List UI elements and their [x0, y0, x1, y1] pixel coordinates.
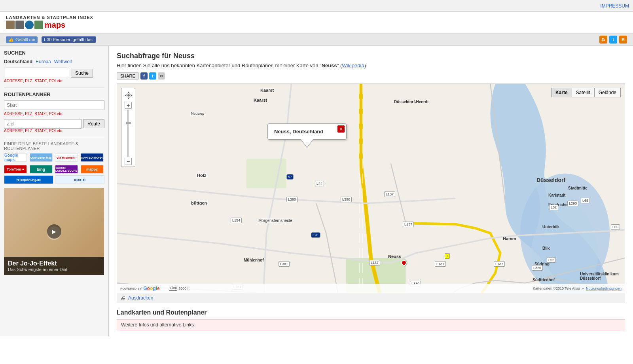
page-description: Hier finden Sie alle uns bekannten Karte…	[117, 63, 625, 68]
svg-marker-11	[130, 94, 133, 97]
map-container[interactable]: Kaarst Neuss Düsseldorf Hamm Mühlenhof K…	[117, 83, 625, 293]
share-button[interactable]: SHARE	[117, 72, 139, 80]
thumbs-up-icon: 👍	[8, 37, 14, 42]
impressum-link[interactable]: IMPRESSUM	[600, 3, 629, 9]
scale-m: 2000 ft	[178, 286, 190, 290]
zoom-out-button[interactable]: −	[125, 158, 132, 165]
page-title: Suchabfrage für Neuss	[117, 52, 625, 60]
logo-icon-2	[15, 21, 24, 29]
bubble-text: Neuss, Deutschland	[274, 129, 340, 135]
search-section-title: SUCHEN	[4, 50, 104, 56]
desc-suffix: " (	[337, 63, 342, 68]
powered-by: POWERED BY Google 1 km 2000 ft	[120, 286, 190, 291]
maps-row2: TomTom ● bing YAHOO! LOKALE SUCHE mappy	[4, 165, 104, 174]
ziel-hint: ADRESSE, PLZ, STADT, POI etc.	[4, 129, 104, 133]
bing-link[interactable]: bing	[30, 165, 53, 174]
print-bar: 🖨 Ausdrucken	[117, 293, 625, 303]
rss-icon[interactable]	[599, 36, 607, 44]
svg-marker-8	[127, 91, 130, 94]
search-button[interactable]: Suche	[71, 69, 93, 78]
logo-icon-globe	[25, 21, 34, 29]
map-type-karte[interactable]: Karte	[551, 88, 572, 97]
share-facebook-icon[interactable]: f	[140, 72, 148, 80]
map-controls: + −	[121, 88, 135, 167]
klicktel-link[interactable]: klickTel	[55, 175, 104, 184]
map-attribution: Kartendaten ©2010 Tele Atlas – Nutzungsb…	[533, 286, 622, 290]
attribution-text: Kartendaten ©2010 Tele Atlas	[533, 286, 580, 290]
tab-deutschland[interactable]: Deutschland	[4, 59, 32, 64]
desc-end: )	[364, 63, 366, 68]
social-bar: 👍 Gefällt mir f 30 Personen gefällt das.…	[0, 34, 633, 46]
facebook-count: f 30 Personen gefällt das.	[42, 36, 96, 43]
main-layout: SUCHEN Deutschland Europa Weltweit Suche…	[0, 46, 633, 336]
map-type-gelande[interactable]: Gelände	[594, 88, 621, 97]
map-svg	[117, 84, 625, 293]
start-input[interactable]	[4, 100, 104, 110]
route-button[interactable]: Route	[83, 119, 104, 128]
map-marker[interactable]	[401, 260, 407, 269]
printer-icon: 🖨	[120, 295, 126, 301]
powered-by-label: POWERED BY	[120, 287, 142, 290]
tomtom-link[interactable]: TomTom ●	[4, 165, 27, 174]
wikipedia-link[interactable]: Wikipedia	[342, 63, 364, 68]
header: LANDKARTEN & STADTPLAN INDEX maps	[0, 12, 633, 34]
mappy-link[interactable]: mappy	[81, 165, 104, 174]
zoom-in-button[interactable]: +	[125, 102, 132, 109]
logo-icon-4	[34, 21, 43, 29]
svg-point-0	[602, 40, 603, 42]
svg-point-12	[127, 94, 130, 97]
navteo-link[interactable]: NAVTEO MAP24	[81, 153, 104, 162]
search-row: Suche	[4, 68, 104, 79]
scale-bar: 1 km	[169, 286, 177, 291]
google-logo: Google	[143, 286, 159, 291]
nutzungsbedingungen-link[interactable]: Nutzungsbedingungen	[586, 286, 622, 290]
google-maps-link[interactable]: Google maps	[4, 153, 27, 162]
city-name: Neuss	[322, 63, 337, 68]
ad-overlay: Der Jo-Jo-Effekt Das Schwierigste an ein…	[4, 257, 104, 275]
logo-icon-1	[6, 21, 15, 29]
map-type-satellit[interactable]: Satellit	[572, 88, 595, 97]
maps-section-title: FINDE DEINE BESTE LANDKARTE & ROUTENPLAN…	[4, 141, 104, 151]
nav-control[interactable]	[122, 89, 135, 102]
more-info-bar[interactable]: Weitere Infos und alternative Links	[117, 319, 625, 330]
reise-link[interactable]: reiseplanung.de	[4, 175, 53, 184]
openstreetmap-link[interactable]: OpenStreet Map	[30, 153, 53, 162]
search-tabs: Deutschland Europa Weltweit	[4, 59, 104, 64]
start-hint: ADRESSE, PLZ, STADT, POI etc.	[4, 112, 104, 116]
fb-icon: f	[44, 37, 45, 42]
ad-title: Der Jo-Jo-Effekt	[8, 260, 100, 267]
map-footer: POWERED BY Google 1 km 2000 ft Kartendat…	[117, 284, 625, 293]
scale-km: 1 km	[169, 286, 177, 290]
print-link[interactable]: Ausdrucken	[128, 295, 153, 301]
share-bar: SHARE f t ✉	[117, 72, 625, 80]
logo-text: LANDKARTEN & STADTPLAN INDEX	[6, 15, 93, 20]
ziel-row: Route	[4, 119, 104, 129]
map-type-buttons: Karte Satellit Gelände	[552, 88, 621, 97]
lower-section: Landkarten und Routenplaner Weitere Info…	[117, 309, 625, 330]
play-button[interactable]: ▶	[47, 224, 61, 239]
search-hint: ADRESSE, PLZ, STADT, POI etc.	[4, 79, 104, 83]
map-info-bubble: ✕ Neuss, Deutschland	[267, 123, 347, 140]
sidebar: SUCHEN Deutschland Europa Weltweit Suche…	[0, 46, 109, 336]
logo-maps-text: maps	[45, 21, 65, 30]
like-label: Gefällt mir	[15, 37, 35, 42]
svg-marker-9	[127, 97, 130, 99]
ziel-input[interactable]	[4, 119, 81, 129]
desc-prefix: Hier finden Sie alle uns bekannten Karte…	[117, 63, 322, 68]
yahoo-link[interactable]: YAHOO! LOKALE SUCHE	[55, 165, 78, 174]
share-twitter-icon[interactable]: t	[149, 72, 156, 80]
search-input[interactable]	[4, 68, 69, 77]
twitter-icon[interactable]: t	[609, 36, 617, 44]
facebook-like-btn[interactable]: 👍 Gefällt mir	[6, 36, 38, 43]
tab-weltweit[interactable]: Weltweit	[54, 59, 72, 64]
bubble-close-button[interactable]: ✕	[337, 125, 345, 133]
ad-subtitle: Das Schwierigste an einer Diät	[8, 267, 100, 272]
zoom-slider[interactable]	[127, 110, 129, 157]
share-email-icon[interactable]: ✉	[158, 72, 165, 80]
ad-box[interactable]: ● ▶ Der Jo-Jo-Effekt Das Schwierigste an…	[4, 188, 104, 275]
tab-europa[interactable]: Europa	[36, 59, 51, 64]
viamichelin-link[interactable]: Via Michelin ›	[55, 153, 78, 162]
blogger-icon[interactable]: B	[619, 36, 627, 44]
marker-pin	[400, 259, 408, 267]
maps-grid: Google maps OpenStreet Map Via Michelin …	[4, 153, 104, 162]
